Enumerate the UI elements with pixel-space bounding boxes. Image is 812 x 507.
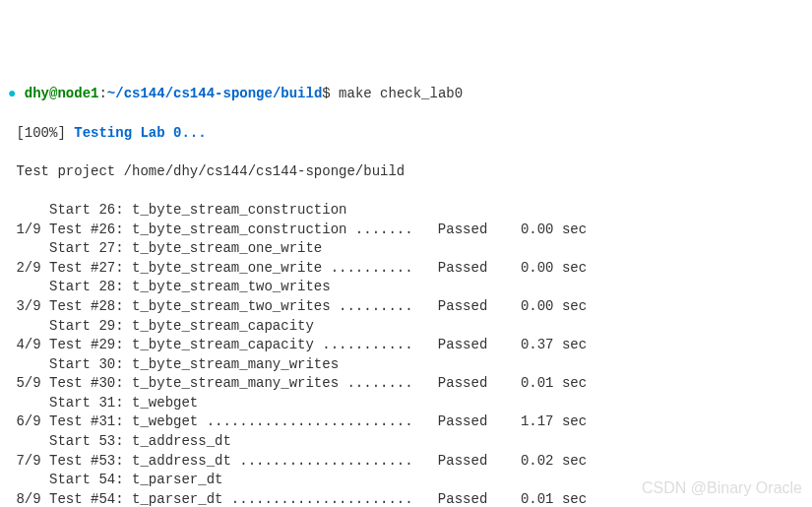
test-result-line: 2/9 Test #27: t_byte_stream_one_write ..… — [8, 259, 812, 279]
test-start-line: Start 26: t_byte_stream_construction — [8, 201, 812, 221]
tests-output: Start 26: t_byte_stream_construction 1/9… — [8, 201, 812, 507]
project-line: Test project /home/dhy/cs144/cs144-spong… — [8, 162, 812, 182]
progress-line: [100%] Testing Lab 0... — [8, 124, 812, 144]
testing-label: Testing Lab 0... — [74, 125, 206, 141]
test-result-line: 5/9 Test #30: t_byte_stream_many_writes … — [8, 374, 812, 394]
test-result-line: 1/9 Test #26: t_byte_stream_construction… — [8, 221, 812, 240]
test-result-line: 8/9 Test #54: t_parser_dt ..............… — [8, 490, 812, 507]
test-result-line: 4/9 Test #29: t_byte_stream_capacity ...… — [8, 336, 812, 355]
test-start-line: Start 53: t_address_dt — [8, 432, 812, 452]
test-start-line: Start 30: t_byte_stream_many_writes — [8, 355, 812, 375]
test-start-line: Start 27: t_byte_stream_one_write — [8, 239, 812, 259]
test-result-line: 7/9 Test #53: t_address_dt .............… — [8, 452, 812, 472]
test-start-line: Start 29: t_byte_stream_capacity — [8, 317, 812, 337]
prompt-line-1: ● dhy@node1:~/cs144/cs144-sponge/build$ … — [8, 85, 812, 104]
cwd-path: ~/cs144/cs144-sponge/build — [107, 86, 322, 101]
bullet-icon: ● — [8, 86, 16, 101]
test-start-line: Start 54: t_parser_dt — [8, 471, 812, 490]
test-result-line: 6/9 Test #31: t_webget .................… — [8, 412, 812, 432]
host: node1 — [57, 86, 98, 101]
user: dhy — [25, 86, 49, 101]
test-result-line: 3/9 Test #28: t_byte_stream_two_writes .… — [8, 297, 812, 317]
test-start-line: Start 31: t_webget — [8, 394, 812, 413]
test-start-line: Start 28: t_byte_stream_two_writes — [8, 278, 812, 297]
command: make check_lab0 — [339, 86, 463, 101]
